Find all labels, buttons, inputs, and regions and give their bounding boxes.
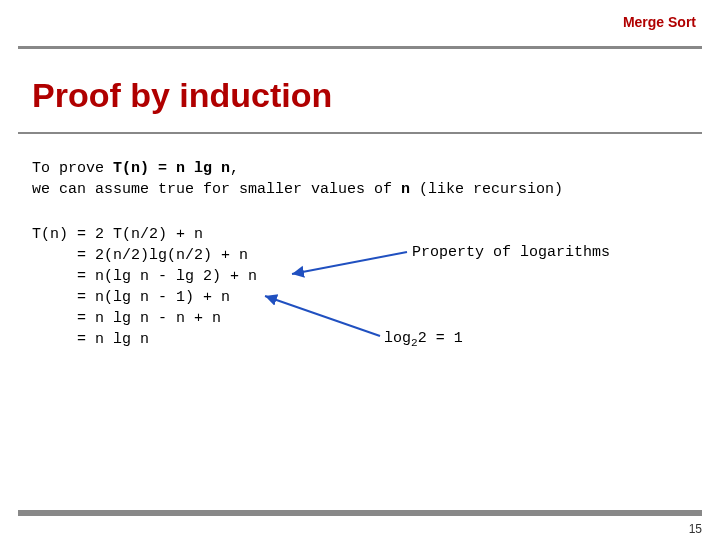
proof-line: = n lg n - n + n: [32, 308, 696, 329]
proof-rhs: = n(lg n - lg 2) + n: [77, 268, 257, 285]
page-number: 15: [689, 522, 702, 536]
intro-line-2: we can assume true for smaller values of…: [32, 179, 696, 200]
proof-rhs: = n lg n: [77, 331, 149, 348]
divider-under-title: [18, 132, 702, 134]
proof-lhs: T(n): [32, 226, 68, 243]
header-label: Merge Sort: [623, 14, 696, 30]
text: ,: [230, 160, 239, 177]
proof-rhs: = 2 T(n/2) + n: [77, 226, 203, 243]
proof-rhs: = n lg n - n + n: [77, 310, 221, 327]
text-bold: n: [401, 181, 410, 198]
proof-line: = n(lg n - 1) + n: [32, 287, 696, 308]
proof-line: = 2(n/2)lg(n/2) + n: [32, 245, 696, 266]
proof-line: T(n) = 2 T(n/2) + n: [32, 224, 696, 245]
intro-text: To prove T(n) = n lg n, we can assume tr…: [32, 158, 696, 200]
text: To prove: [32, 160, 113, 177]
intro-line-1: To prove T(n) = n lg n,: [32, 158, 696, 179]
proof-rhs: = n(lg n - 1) + n: [77, 289, 230, 306]
divider-bottom: [18, 510, 702, 516]
page-title: Proof by induction: [32, 76, 332, 115]
text: we can assume true for smaller values of: [32, 181, 401, 198]
proof-rhs: = 2(n/2)lg(n/2) + n: [77, 247, 248, 264]
proof-line: = n lg n: [32, 329, 696, 350]
text-bold: T(n) = n lg n: [113, 160, 230, 177]
text: (like recursion): [410, 181, 563, 198]
proof-block: T(n) = 2 T(n/2) + n = 2(n/2)lg(n/2) + n …: [32, 224, 696, 350]
content-area: To prove T(n) = n lg n, we can assume tr…: [32, 158, 696, 350]
divider-top: [18, 46, 702, 49]
proof-line: = n(lg n - lg 2) + n: [32, 266, 696, 287]
